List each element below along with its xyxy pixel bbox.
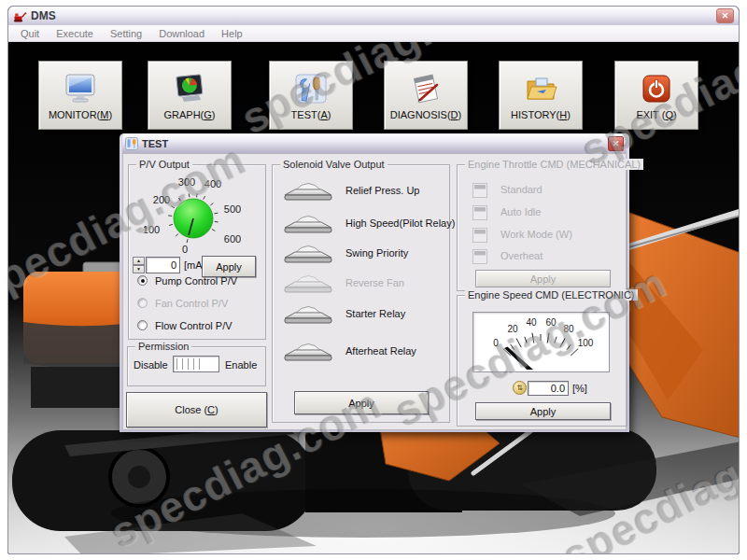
svg-text:100: 100 [144,224,160,235]
spin-down-icon[interactable]: ▼ [133,265,145,273]
svg-text:600: 600 [224,233,241,245]
enable-label: Enable [225,359,257,371]
test-dialog: TEST ✕ P/V Output [120,133,629,432]
meter-scale: 0 20 40 60 80 100 [493,317,594,348]
app-icon [13,9,27,22]
app-titlebar[interactable]: DMS ✕ [8,7,739,25]
menu-setting[interactable]: Setting [102,28,150,39]
toolbar-label: TEST(A) [291,109,331,120]
main-content: MONITOR(M) GRAPH(G) [8,42,739,553]
valve-label: High Speed(Pilot Relay) [345,217,455,229]
throttle-apply-button: Apply [475,270,611,287]
dialog-body: P/V Output 0 [122,153,627,430]
monitor-icon [63,71,97,106]
svg-text:40: 40 [526,317,537,328]
radio-pump-label: Pump Control P/V [155,275,237,287]
toolbar-label: DIAGNOSIS(D) [390,109,461,120]
throttle-button-autoidle [472,205,487,220]
svg-text:0: 0 [493,338,499,348]
valve-label: Relief Press. Up [345,185,419,196]
svg-text:20: 20 [507,324,518,334]
engine-speed-meter: 0 20 40 60 80 100 [472,312,610,372]
app-window: DMS ✕ Quit Execute Setting Download Help [7,6,740,554]
toolbar-button-exit[interactable]: EXIT (Q) [614,61,698,130]
radio-fan-label: Fan Control P/V [155,298,228,309]
menu-quit[interactable]: Quit [12,28,48,39]
graph-icon [173,71,206,106]
menu-help[interactable]: Help [213,28,251,39]
valve-button-relief[interactable] [282,179,334,203]
svg-text:500: 500 [224,203,241,215]
throttle-button-workmode [472,228,487,243]
svg-text:60: 60 [545,317,557,328]
throttle-label: Work Mode (W) [500,229,572,240]
dialog-title: TEST [142,138,608,149]
notepad-pen-icon [409,71,443,106]
menu-download[interactable]: Download [150,28,213,39]
radio-flow-label: Flow Control P/V [155,320,233,331]
valve-label: Starter Relay [345,308,405,319]
toolbar-label: MONITOR(M) [49,109,112,120]
valve-label: Afterheat Relay [345,345,416,357]
disable-label: Disable [134,359,168,371]
toolbar-button-diagnosis[interactable]: DIAGNOSIS(D) [384,61,468,130]
valve-label: Swing Priority [345,247,408,259]
radio-pump-control[interactable] [137,275,148,286]
valve-button-highspeed[interactable] [282,212,334,236]
svg-text:200: 200 [153,194,170,205]
radio-fan-control [137,298,148,308]
toolbar-label: EXIT (Q) [636,109,676,120]
menu-bar: Quit Execute Setting Download Help [8,25,739,42]
valve-button-starter[interactable] [282,302,334,327]
permission-slider[interactable] [173,356,219,372]
dialog-tools-icon [125,137,138,150]
engine-speed-legend: Engine Speed CMD (ELECTRONIC) [465,289,638,301]
toolbar-button-history[interactable]: HISTORY(H) [499,61,583,130]
window-close-button[interactable]: ✕ [716,8,734,23]
solenoid-apply-button[interactable]: Apply [294,391,429,414]
slider-ticks [176,358,202,370]
engine-speed-apply-button[interactable]: Apply [475,402,611,420]
throttle-label: Overheat [500,250,543,261]
menu-execute[interactable]: Execute [48,28,102,39]
pv-knob[interactable]: 0 100 200 300 400 500 600 [144,177,247,259]
outer-frame: DMS ✕ Quit Execute Setting Download Help [0,0,747,560]
toolbar-label: HISTORY(H) [511,109,571,120]
folder-icon [524,71,557,106]
toolbar-button-monitor[interactable]: MONITOR(M) [38,61,122,130]
svg-text:80: 80 [563,324,574,334]
dialog-close-button[interactable]: ✕ [608,136,624,151]
close-button[interactable]: Close (C) [126,392,267,427]
throttle-button-overheat [472,249,487,264]
throttle-label: Standard [500,184,543,195]
valve-label: Reverse Fan [345,277,404,288]
svg-text:0: 0 [182,244,188,255]
toolbar-button-test[interactable]: TEST(A) [269,61,353,130]
power-icon [640,71,673,106]
valve-button-afterheat[interactable] [282,340,334,364]
tools-icon [294,71,328,106]
toolbar-label: GRAPH(G) [163,109,215,120]
engine-speed-unit-label: [%] [572,383,587,394]
svg-text:100: 100 [578,338,594,348]
throttle-label: Auto Idle [500,206,541,217]
valve-button-reversefan [282,272,334,296]
solenoid-legend: Solenoid Valve Output [280,159,388,170]
pv-output-legend: P/V Output [136,159,192,170]
toolbar-button-graph[interactable]: GRAPH(G) [148,61,232,130]
engine-speed-field[interactable]: 0.0 [528,381,569,396]
throttle-button-standard [472,183,487,198]
meter-needle [504,347,543,371]
engine-speed-spinner[interactable]: ⇅ [513,381,527,395]
throttle-legend: Engine Throttle CMD (MECHANICAL) [465,159,643,170]
radio-flow-control[interactable] [137,320,148,330]
permission-legend: Permission [135,341,191,352]
svg-text:300: 300 [178,177,195,188]
window-title: DMS [31,9,716,22]
svg-text:400: 400 [204,178,221,189]
dialog-titlebar[interactable]: TEST ✕ [122,134,627,153]
valve-button-swing[interactable] [282,242,334,266]
